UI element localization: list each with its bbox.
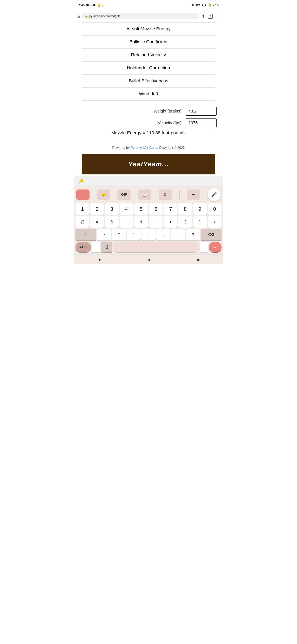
wifi-icon: ▾▾▾	[196, 3, 200, 6]
status-bar: 2:45 ▣ ∞ ▶ 🔔 • ⊕ ▾▾▾ ▲▲ 🔋 77%	[74, 0, 223, 10]
kb-key-equals-back[interactable]: =\<	[75, 229, 96, 240]
period-label: .	[203, 244, 205, 250]
widget-table: Airsoft Muzzle Energy Ballistic Coeffici…	[82, 22, 215, 100]
share-icon[interactable]: ⬆	[202, 14, 205, 18]
home-button[interactable]: ⌂	[77, 14, 80, 19]
kb-key-lparen[interactable]: (	[178, 216, 192, 228]
battery-icon: 🔋	[208, 3, 212, 6]
widget-wind[interactable]: Wind drift	[82, 88, 215, 100]
comma-label: ,	[95, 244, 96, 250]
kb-key-0[interactable]: 0	[208, 203, 222, 215]
kb-number-row: 1 2 3 4 5 6 7 8 9 0	[75, 203, 222, 215]
gear-icon: ⚙	[164, 192, 167, 197]
kb-key-quote[interactable]: "	[112, 229, 126, 240]
notification-icon: ▣	[86, 3, 89, 7]
menu-icon[interactable]: ⋮	[216, 14, 220, 18]
kb-key-apos[interactable]: '	[127, 229, 141, 240]
sticker-icon: 🙂	[101, 192, 106, 197]
nav-bar: ▼ ● ■	[74, 254, 223, 264]
kb-key-9[interactable]: 9	[193, 203, 207, 215]
kb-key-5[interactable]: 5	[134, 203, 148, 215]
mic-icon: 🎤	[211, 192, 217, 197]
kb-key-colon[interactable]: :	[141, 229, 156, 240]
keyboard: ‹ 🙂 GIF 📋 ⚙ ••• 🎤 1 2 3 4 5 6 7 8 9 0	[74, 186, 223, 254]
kb-key-minus[interactable]: -	[149, 216, 163, 228]
kb-clipboard-btn[interactable]: 📋	[138, 190, 151, 200]
kb-key-dollar[interactable]: $	[105, 216, 119, 228]
kb-symbol-row: @ # $ _ & - + ( ) /	[75, 216, 222, 228]
url-text: pyramydair.com/widgets	[89, 14, 197, 18]
kb-key-slash[interactable]: /	[208, 216, 222, 228]
weight-input[interactable]	[186, 107, 217, 116]
kb-key-plus[interactable]: +	[164, 216, 177, 228]
gif-label: GIF	[121, 192, 127, 197]
pyramyd-link[interactable]: Pyramyd Air Guns	[131, 146, 157, 150]
nav-back[interactable]: ▼	[97, 257, 102, 262]
dot-icon: •	[102, 3, 103, 7]
key-bar: 🔑	[74, 176, 223, 186]
kb-key-semicolon[interactable]: ;	[156, 229, 170, 240]
kb-key-4[interactable]: 4	[120, 203, 133, 215]
widget-ballistic[interactable]: Ballistic Coefficient	[82, 36, 215, 48]
kb-gif-btn[interactable]: GIF	[117, 190, 131, 200]
kb-back-btn[interactable]: ‹	[76, 190, 89, 200]
kb-key-question[interactable]: ?	[186, 229, 200, 240]
nav-home[interactable]: ●	[148, 257, 151, 262]
kb-key-1[interactable]: 1	[75, 203, 89, 215]
nav-recent[interactable]: ■	[197, 257, 200, 262]
main-content: Airsoft Muzzle Energy Ballistic Coeffici…	[74, 22, 223, 174]
kb-key-at[interactable]: @	[75, 216, 89, 228]
back-arrow-icon: ‹	[82, 192, 83, 197]
kb-more-btn[interactable]: •••	[187, 190, 200, 200]
widget-airsoft[interactable]: Airsoft Muzzle Energy	[82, 22, 215, 36]
kb-key-star[interactable]: *	[97, 229, 111, 240]
kb-key-backspace[interactable]: ⌫	[201, 229, 222, 240]
kb-key-exclaim[interactable]: !	[171, 229, 185, 240]
kb-sticker-btn[interactable]: 🙂	[97, 190, 110, 200]
kb-key-6[interactable]: 6	[149, 203, 163, 215]
1234-top: 12	[105, 244, 108, 247]
kb-key-3[interactable]: 3	[105, 203, 119, 215]
widget-retained[interactable]: Retained Velocity	[82, 48, 215, 62]
kb-key-2[interactable]: 2	[90, 203, 104, 215]
weight-label: Weight (grains)	[80, 109, 186, 114]
tab-icon[interactable]: D	[208, 14, 213, 18]
kb-divider	[179, 190, 180, 199]
kb-1234-btn[interactable]: 12 34	[101, 242, 112, 252]
kb-mic-btn[interactable]: 🎤	[208, 188, 221, 201]
widget-holdunder[interactable]: Holdunder Correction	[82, 62, 215, 74]
kb-key-underscore[interactable]: _	[120, 216, 133, 228]
powered-by: Powered by Pyramyd Air Guns, Copyright ©…	[74, 146, 223, 150]
kb-key-ampersand[interactable]: &	[134, 216, 148, 228]
kb-row3: =\< * " ' : ; ! ? ⌫	[75, 229, 222, 240]
clipboard-icon: 📋	[142, 192, 147, 197]
widget-bullet[interactable]: Bullet Effectiveness	[82, 74, 215, 88]
abc-label: ABC	[79, 245, 87, 249]
kb-key-8[interactable]: 8	[178, 203, 192, 215]
kb-space-key[interactable]	[113, 242, 199, 252]
sync-icon: ⊕	[192, 3, 194, 6]
more-icon: •••	[192, 192, 196, 197]
calc-section: Weight (grains) Velocity (fps) Muzzle En…	[74, 102, 223, 144]
kb-toolbar: ‹ 🙂 GIF 📋 ⚙ ••• 🎤	[75, 188, 222, 201]
kb-comma-key[interactable]: ,	[92, 242, 100, 252]
weight-row: Weight (grains)	[80, 107, 217, 116]
kb-settings-btn[interactable]: ⚙	[159, 190, 172, 200]
alert-icon: 🔔	[97, 3, 101, 7]
kb-abc-btn[interactable]: ABC	[75, 242, 91, 252]
powered-by-text: Powered by	[112, 146, 131, 150]
kb-key-hash[interactable]: #	[90, 216, 104, 228]
address-bar[interactable]: 🔒 pyramydair.com/widgets	[82, 13, 199, 20]
kb-key-7[interactable]: 7	[164, 203, 177, 215]
calc-result: Muzzle Energy = 110.88 foot-pounds	[80, 130, 217, 136]
battery-text: 77%	[213, 3, 219, 6]
ad-text: YealYeam...	[128, 160, 169, 168]
kb-enter-btn[interactable]: →|	[209, 242, 222, 252]
ad-banner: YealYeam...	[82, 154, 215, 174]
browser-actions: ⬆ D ⋮	[202, 14, 220, 18]
kb-key-rparen[interactable]: )	[193, 216, 207, 228]
kb-period-key[interactable]: .	[200, 242, 208, 252]
1234-bot: 34	[105, 247, 108, 250]
enter-icon: →|	[213, 245, 218, 250]
velocity-input[interactable]	[186, 118, 217, 127]
